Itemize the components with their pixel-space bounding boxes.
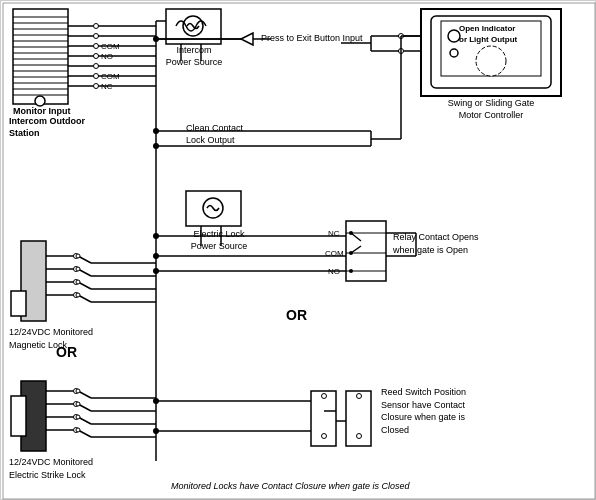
svg-point-27 bbox=[94, 54, 99, 59]
svg-point-108 bbox=[153, 233, 159, 239]
svg-point-16 bbox=[35, 96, 45, 106]
svg-point-24 bbox=[94, 24, 99, 29]
svg-point-99 bbox=[76, 267, 80, 271]
svg-point-77 bbox=[349, 231, 353, 235]
svg-point-128 bbox=[76, 428, 80, 432]
svg-point-144 bbox=[153, 428, 159, 434]
wiring-diagram: COM NO COM NC bbox=[0, 0, 596, 500]
svg-point-127 bbox=[76, 415, 80, 419]
svg-point-25 bbox=[94, 34, 99, 39]
svg-rect-112 bbox=[11, 396, 26, 436]
svg-rect-87 bbox=[11, 291, 26, 316]
svg-point-78 bbox=[349, 251, 353, 255]
motor-controller-label: Swing or Sliding Gate Motor Controller bbox=[426, 98, 556, 121]
press-exit-label: Press to Exit Button Input bbox=[261, 33, 363, 45]
svg-point-140 bbox=[357, 434, 362, 439]
intercom-outdoor-label: Intercom Outdoor Station bbox=[9, 116, 85, 139]
clean-contact-label: Clean Contact Lock Output bbox=[186, 123, 243, 146]
or-middle-label: OR bbox=[286, 306, 307, 324]
electric-lock-power-label: Electric Lock Power Source bbox=[184, 229, 254, 252]
svg-point-28 bbox=[94, 64, 99, 69]
svg-point-29 bbox=[94, 74, 99, 79]
svg-point-123 bbox=[76, 389, 80, 393]
open-indicator-label: Open Indicator or Light Output bbox=[459, 23, 517, 45]
reed-switch-label: Reed Switch Position Sensor have Contact… bbox=[381, 386, 466, 436]
svg-point-30 bbox=[94, 84, 99, 89]
relay-contact-label: Relay Contact Opens when gate is Open bbox=[393, 231, 479, 256]
svg-point-143 bbox=[153, 398, 159, 404]
intercom-power-label: Intercom Power Source bbox=[164, 45, 224, 68]
svg-point-109 bbox=[153, 253, 159, 259]
magnetic-lock-label: 12/24VDC Monitored Magnetic Lock bbox=[9, 326, 93, 351]
svg-point-124 bbox=[76, 402, 80, 406]
svg-point-148 bbox=[153, 143, 159, 149]
svg-point-110 bbox=[153, 268, 159, 274]
electric-strike-label: 12/24VDC Monitored Electric Strike Lock bbox=[9, 456, 93, 481]
svg-point-26 bbox=[94, 44, 99, 49]
svg-point-138 bbox=[322, 434, 327, 439]
monitored-locks-footer: Monitored Locks have Contact Closure whe… bbox=[171, 481, 410, 493]
svg-point-55 bbox=[476, 46, 506, 76]
svg-point-103 bbox=[76, 293, 80, 297]
svg-point-79 bbox=[349, 269, 353, 273]
svg-point-102 bbox=[76, 280, 80, 284]
svg-point-139 bbox=[357, 394, 362, 399]
svg-point-147 bbox=[153, 128, 159, 134]
svg-point-54 bbox=[450, 49, 458, 57]
svg-point-137 bbox=[322, 394, 327, 399]
svg-point-98 bbox=[76, 254, 80, 258]
svg-point-156 bbox=[153, 36, 159, 42]
